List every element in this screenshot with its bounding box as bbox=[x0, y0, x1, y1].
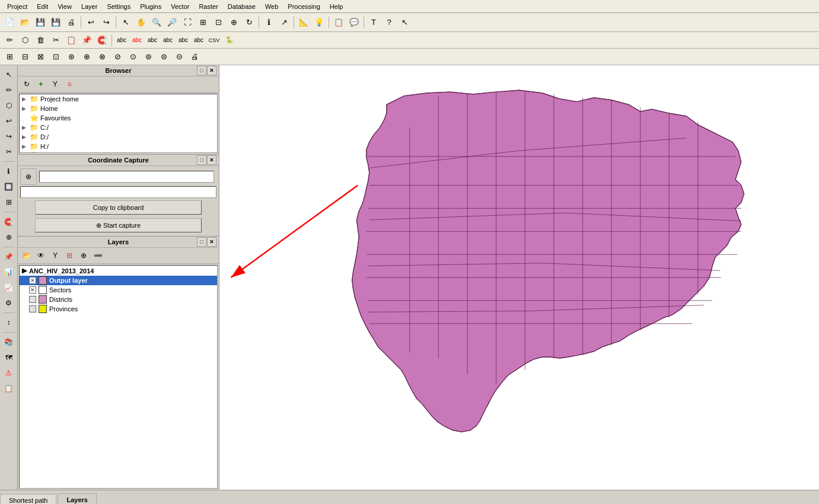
paste-feat-btn[interactable]: 📌 bbox=[79, 33, 94, 47]
zoom-out-btn[interactable]: 🔎 bbox=[165, 15, 179, 30]
vtb-node-btn[interactable]: ⬡ bbox=[2, 98, 16, 113]
menu-project[interactable]: Project bbox=[2, 2, 32, 11]
menu-processing[interactable]: Processing bbox=[283, 2, 324, 11]
refresh-btn[interactable]: ↻ bbox=[242, 15, 256, 30]
label2-btn[interactable]: abc bbox=[130, 33, 144, 47]
adv6-btn[interactable]: ⊕ bbox=[79, 50, 94, 64]
snap-btn[interactable]: 🧲 bbox=[95, 33, 109, 47]
layers-filter-btn[interactable]: 👁 bbox=[34, 249, 47, 262]
layer-check-provinces[interactable] bbox=[29, 305, 36, 312]
vtb-arrow-btn[interactable]: ↕ bbox=[2, 315, 16, 330]
print2-btn[interactable]: 🖨 bbox=[187, 50, 202, 64]
vtb-err-btn[interactable]: ⚠ bbox=[2, 366, 16, 380]
menu-layer[interactable]: Layer bbox=[77, 2, 103, 11]
cursor-btn[interactable]: ↖ bbox=[397, 15, 412, 30]
adv9-btn[interactable]: ⊙ bbox=[126, 50, 140, 64]
vtb-pencil-btn[interactable]: ✏ bbox=[2, 83, 16, 97]
zoom-full-btn[interactable]: ⛶ bbox=[180, 15, 195, 30]
atlas-btn[interactable]: 📋 bbox=[332, 15, 346, 30]
label3-btn[interactable]: abc bbox=[145, 33, 160, 47]
adv7-btn[interactable]: ⊗ bbox=[95, 50, 109, 64]
layer-item-districts[interactable]: Districts bbox=[20, 295, 217, 304]
adv1-btn[interactable]: ⊞ bbox=[2, 50, 17, 64]
vtb-log-btn[interactable]: 📋 bbox=[2, 381, 16, 395]
tree-d[interactable]: ▶ 📁 D:/ bbox=[20, 132, 217, 142]
vtb-info-btn[interactable]: 🔲 bbox=[2, 180, 16, 194]
layer-item-sectors[interactable]: ✕ Sectors bbox=[20, 285, 217, 295]
vtb-panel3-btn[interactable]: 📈 bbox=[2, 280, 16, 295]
open-project-btn[interactable]: 📂 bbox=[18, 15, 32, 30]
delete-sel-btn[interactable]: 🗑 bbox=[33, 33, 47, 47]
csv-btn[interactable]: CSV bbox=[207, 33, 221, 47]
cut-feat-btn[interactable]: ✂ bbox=[49, 33, 63, 47]
adv12-btn[interactable]: ⊝ bbox=[172, 50, 186, 64]
menu-view[interactable]: View bbox=[53, 2, 77, 11]
identify-btn[interactable]: ℹ bbox=[262, 15, 276, 30]
new-project-btn[interactable]: 📄 bbox=[2, 15, 17, 30]
layers-float-btn[interactable]: □ bbox=[197, 237, 206, 247]
menu-raster[interactable]: Raster bbox=[194, 2, 222, 11]
menu-vector[interactable]: Vector bbox=[166, 2, 194, 11]
layer-check-output[interactable]: ✕ bbox=[29, 277, 36, 284]
vtb-map-btn[interactable]: 🗺 bbox=[2, 350, 16, 365]
measure-btn[interactable]: 📐 bbox=[297, 15, 311, 30]
browser-close-btn[interactable]: ✕ bbox=[207, 66, 216, 75]
vtb-layers-btn[interactable]: 📚 bbox=[2, 335, 16, 349]
vtb-cut-btn[interactable]: ✂ bbox=[2, 145, 16, 159]
adv5-btn[interactable]: ⊛ bbox=[64, 50, 78, 64]
coord-crosshair-btn[interactable]: ⊕ bbox=[20, 168, 37, 185]
menu-plugins[interactable]: Plugins bbox=[135, 2, 166, 11]
vtb-magnet-btn[interactable]: 🧲 bbox=[2, 215, 16, 229]
tab-layers[interactable]: Layers bbox=[58, 493, 96, 504]
print-btn[interactable]: 🖨 bbox=[64, 15, 78, 30]
annotate-btn[interactable]: 💬 bbox=[347, 15, 361, 30]
layers-remove-btn[interactable]: ➖ bbox=[91, 249, 104, 262]
tree-h[interactable]: ▶ 📁 H:/ bbox=[20, 142, 217, 151]
pan-btn[interactable]: ✋ bbox=[134, 15, 148, 30]
adv10-btn[interactable]: ⊚ bbox=[141, 50, 155, 64]
zoom-layer-btn[interactable]: ⊞ bbox=[196, 15, 210, 30]
help-btn[interactable]: ? bbox=[382, 15, 396, 30]
menu-web[interactable]: Web bbox=[260, 2, 283, 11]
copy-clipboard-btn[interactable]: Copy to clipboard bbox=[35, 200, 202, 215]
undo-btn[interactable]: ↩ bbox=[84, 15, 98, 30]
menu-settings[interactable]: Settings bbox=[102, 2, 135, 11]
save-as-btn[interactable]: 💾 bbox=[49, 15, 63, 30]
coord-float-btn[interactable]: □ bbox=[197, 155, 206, 165]
vtb-panel2-btn[interactable]: 📊 bbox=[2, 265, 16, 279]
label5-btn[interactable]: abc bbox=[176, 33, 190, 47]
label4-btn[interactable]: abc bbox=[161, 33, 175, 47]
layer-item-output[interactable]: ✕ Output layer bbox=[20, 276, 217, 285]
adv3-btn[interactable]: ⊠ bbox=[33, 50, 47, 64]
vtb-panel1-btn[interactable]: 📌 bbox=[2, 250, 16, 264]
coord-close-btn[interactable]: ✕ bbox=[207, 155, 216, 165]
browser-float-btn[interactable]: □ bbox=[197, 66, 206, 75]
layers-add-btn[interactable]: ⊕ bbox=[77, 249, 90, 262]
vtb-crosshair-btn[interactable]: ⊕ bbox=[2, 230, 16, 244]
coord-x-input[interactable] bbox=[39, 171, 214, 183]
coord-y-input[interactable] bbox=[20, 186, 216, 198]
adv4-btn[interactable]: ⊡ bbox=[49, 50, 63, 64]
python-btn[interactable]: 🐍 bbox=[222, 33, 237, 47]
tree-project-home[interactable]: ▶ 📁 Project home bbox=[20, 94, 217, 104]
zoom-selection-btn[interactable]: ⊡ bbox=[211, 15, 225, 30]
layer-check-sectors[interactable]: ✕ bbox=[29, 286, 36, 294]
layer-check-districts[interactable] bbox=[29, 296, 36, 303]
browser-refresh-btn[interactable]: ↻ bbox=[20, 78, 33, 91]
layers-open-btn[interactable]: 📂 bbox=[20, 249, 33, 262]
pan-to-selection-btn[interactable]: ⊕ bbox=[227, 15, 241, 30]
layers-style-btn[interactable]: ⊞ bbox=[63, 249, 76, 262]
copy-feat-btn[interactable]: 📋 bbox=[64, 33, 78, 47]
browser-add-btn[interactable]: + bbox=[34, 78, 47, 91]
save-project-btn[interactable]: 💾 bbox=[33, 15, 47, 30]
layer-group-anc[interactable]: ▶ ANC_HIV_2013_2014 bbox=[20, 266, 217, 276]
start-capture-btn[interactable]: ⊕ Start capture bbox=[35, 218, 202, 232]
redo-btn[interactable]: ↪ bbox=[99, 15, 113, 30]
vtb-identify-btn[interactable]: ℹ bbox=[2, 164, 16, 178]
browser-collapse-btn[interactable]: ≡ bbox=[63, 78, 76, 91]
vtb-redo-btn[interactable]: ↪ bbox=[2, 129, 16, 143]
vtb-grid-btn[interactable]: ⊞ bbox=[2, 195, 16, 209]
layers-filter2-btn[interactable]: Y bbox=[49, 249, 62, 262]
layers-close-btn[interactable]: ✕ bbox=[207, 237, 216, 247]
label-btn[interactable]: abc bbox=[114, 33, 129, 47]
